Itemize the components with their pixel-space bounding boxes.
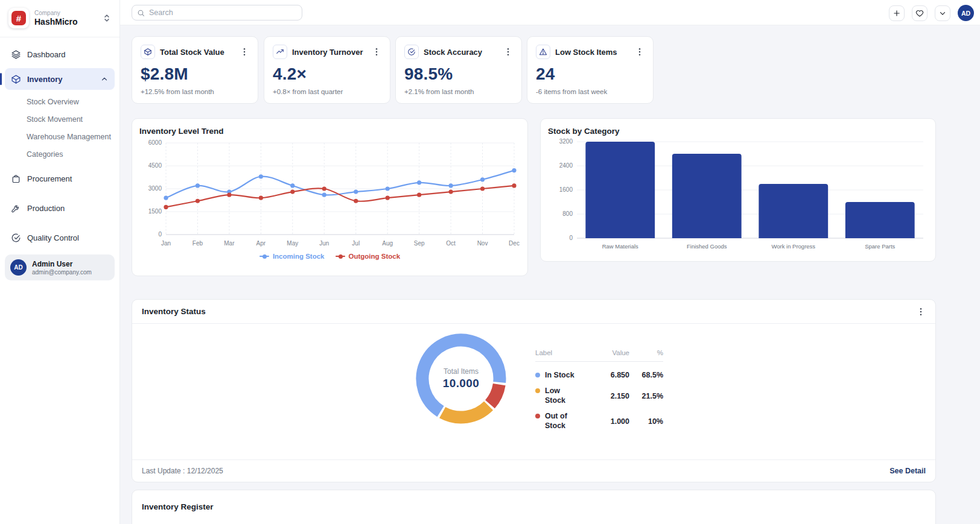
svg-text:6000: 6000 bbox=[148, 139, 162, 146]
bar-chart: 0800160024003200Raw MaterialsFinished Go… bbox=[548, 136, 929, 254]
kpi-delta: +0.8× from last quarter bbox=[273, 88, 381, 95]
svg-text:0: 0 bbox=[158, 231, 162, 238]
table-row-pct: 68.5% bbox=[629, 368, 663, 383]
table-row-label: Low Stock bbox=[535, 384, 592, 409]
inventory-submenu: Stock Overview Stock Movement Warehouse … bbox=[5, 93, 115, 163]
topbar-avatar[interactable]: AD bbox=[958, 5, 974, 21]
svg-text:Apr: Apr bbox=[256, 240, 266, 247]
sidebar-subitem-categories[interactable]: Categories bbox=[5, 145, 115, 163]
kpi-delta: +12.5% from last month bbox=[141, 88, 249, 95]
svg-text:0: 0 bbox=[569, 235, 573, 241]
sidebar-subitem-stock-movement[interactable]: Stock Movement bbox=[5, 110, 115, 128]
legend-marker bbox=[336, 256, 345, 257]
table-row-value: 2.150 bbox=[592, 388, 629, 403]
kpi-delta: -6 items from last week bbox=[536, 88, 644, 95]
kpi-value: 24 bbox=[536, 65, 644, 84]
sidebar-subitem-warehouse-management[interactable]: Warehouse Management bbox=[5, 128, 115, 145]
add-button[interactable] bbox=[889, 5, 905, 21]
column-header: Value bbox=[592, 349, 629, 361]
see-detail-link[interactable]: See Detail bbox=[889, 467, 926, 475]
column-header: % bbox=[629, 349, 663, 361]
kpi-value: 98.5% bbox=[404, 65, 513, 84]
kebab-menu-icon[interactable] bbox=[372, 47, 381, 57]
favorites-button[interactable] bbox=[912, 5, 928, 21]
kebab-menu-icon[interactable] bbox=[240, 47, 249, 57]
kpi-card-inventory-turnover: Inventory Turnover 4.2× +0.8× from last … bbox=[264, 36, 390, 104]
kpi-title: Inventory Turnover bbox=[292, 48, 367, 57]
kebab-menu-icon[interactable] bbox=[916, 307, 926, 317]
sidebar-item-label: Quality Control bbox=[27, 233, 79, 242]
column-header: Label bbox=[535, 349, 592, 361]
search-bar[interactable] bbox=[132, 5, 302, 21]
svg-text:Jan: Jan bbox=[161, 240, 171, 247]
company-name: HashMicro bbox=[34, 17, 96, 27]
sidebar-item-dashboard[interactable]: Dashboard bbox=[5, 43, 115, 65]
active-indicator bbox=[0, 73, 2, 85]
kpi-delta: +2.1% from last month bbox=[404, 88, 513, 95]
sidebar-item-production[interactable]: Production bbox=[5, 197, 115, 219]
kpi-title: Stock Accuracy bbox=[424, 48, 498, 57]
search-input[interactable] bbox=[149, 8, 297, 17]
panel-title: Inventory Status bbox=[142, 307, 206, 316]
svg-text:Finished Goods: Finished Goods bbox=[687, 243, 727, 250]
company-switcher-icon[interactable] bbox=[101, 13, 112, 24]
svg-text:Mar: Mar bbox=[224, 240, 235, 247]
sidebar-divider bbox=[0, 37, 119, 37]
user-card[interactable]: AD Admin User admin@company.com bbox=[5, 254, 115, 280]
svg-text:Nov: Nov bbox=[477, 240, 488, 247]
svg-text:May: May bbox=[287, 240, 298, 247]
wrench-icon bbox=[11, 203, 21, 213]
sidebar-item-label: Dashboard bbox=[27, 50, 66, 59]
sidebar: # Company HashMicro Dashboard Inventory … bbox=[0, 0, 120, 524]
legend-incoming-stock[interactable]: Incoming Stock bbox=[259, 253, 325, 260]
inventory-status-card: Inventory Status Total Items 10.000 Labe… bbox=[132, 299, 936, 482]
company-selector[interactable]: # Company HashMicro bbox=[0, 0, 119, 36]
dropdown-button[interactable] bbox=[935, 5, 950, 21]
sidebar-item-label: Inventory bbox=[27, 75, 63, 84]
table-row-pct: 10% bbox=[629, 414, 663, 429]
user-email: admin@company.com bbox=[32, 269, 92, 276]
company-label: Company bbox=[34, 10, 96, 16]
shopping-bag-icon bbox=[11, 174, 21, 184]
sidebar-nav: Dashboard Inventory Stock Overview Stock… bbox=[0, 43, 119, 248]
hashmicro-logo-mark: # bbox=[11, 11, 26, 25]
table-row-value: 6.850 bbox=[592, 368, 629, 383]
sidebar-item-label: Procurement bbox=[27, 174, 72, 183]
legend-outgoing-stock[interactable]: Outgoing Stock bbox=[336, 253, 401, 260]
svg-text:800: 800 bbox=[562, 210, 573, 217]
sidebar-item-procurement[interactable]: Procurement bbox=[5, 168, 115, 189]
search-icon bbox=[137, 9, 145, 17]
layers-icon bbox=[11, 49, 21, 60]
status-table: Label Value % In Stock 6.850 68.5% Low S… bbox=[535, 349, 663, 434]
warning-triangle-icon bbox=[536, 45, 550, 59]
svg-text:1600: 1600 bbox=[559, 186, 573, 193]
line-chart: 01500300045006000JanFebMarAprMayJunJulAu… bbox=[139, 136, 521, 251]
svg-text:Spare Parts: Spare Parts bbox=[865, 243, 895, 250]
table-row-pct: 21.5% bbox=[629, 388, 663, 403]
chart-title: Inventory Level Trend bbox=[139, 127, 520, 136]
sidebar-subitem-stock-overview[interactable]: Stock Overview bbox=[5, 93, 115, 110]
svg-text:2400: 2400 bbox=[559, 162, 573, 169]
series-dot bbox=[535, 388, 540, 393]
topbar: AD bbox=[120, 0, 980, 25]
panel-title: Inventory Register bbox=[142, 502, 926, 511]
sidebar-item-inventory[interactable]: Inventory bbox=[5, 68, 115, 90]
svg-text:Feb: Feb bbox=[192, 240, 203, 247]
user-name: Admin User bbox=[32, 260, 92, 268]
svg-text:1500: 1500 bbox=[148, 208, 162, 215]
table-row-label: In Stock bbox=[535, 367, 592, 384]
user-avatar: AD bbox=[10, 259, 27, 276]
svg-text:3000: 3000 bbox=[148, 185, 162, 192]
svg-text:Jul: Jul bbox=[352, 240, 360, 247]
svg-text:Oct: Oct bbox=[446, 240, 456, 247]
chevron-down-icon bbox=[938, 9, 947, 17]
kebab-menu-icon[interactable] bbox=[635, 47, 644, 57]
check-circle-icon bbox=[11, 233, 21, 243]
svg-text:Dec: Dec bbox=[509, 240, 520, 247]
svg-text:Raw Materials: Raw Materials bbox=[602, 243, 638, 250]
series-dot bbox=[535, 373, 540, 377]
kpi-card-total-stock-value: Total Stock Value $2.8M +12.5% from last… bbox=[132, 36, 258, 104]
sidebar-item-quality-control[interactable]: Quality Control bbox=[5, 227, 115, 248]
svg-text:Sep: Sep bbox=[414, 240, 425, 247]
kebab-menu-icon[interactable] bbox=[503, 47, 513, 57]
